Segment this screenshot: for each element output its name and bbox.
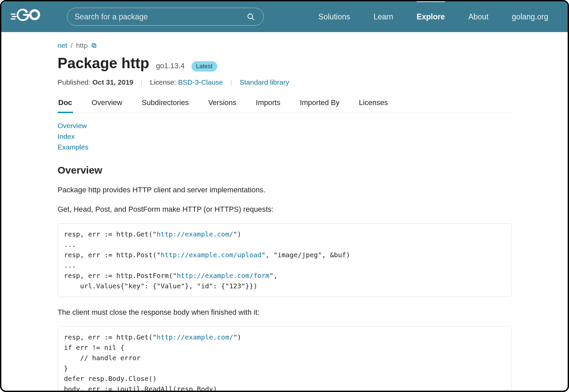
svg-rect-1 bbox=[12, 16, 17, 17]
toc-examples[interactable]: Examples bbox=[58, 143, 511, 151]
svg-line-5 bbox=[252, 18, 254, 20]
svg-point-3 bbox=[30, 10, 39, 19]
page-content: net/http Package http go1.13.4 Latest Pu… bbox=[1, 32, 568, 392]
meta-row: Published: Oct 31, 2019 | License: BSD-3… bbox=[58, 78, 511, 86]
tab-imports[interactable]: Imports bbox=[255, 96, 281, 113]
tab-importedby[interactable]: Imported By bbox=[299, 96, 340, 113]
breadcrumb: net/http bbox=[58, 41, 511, 50]
toc: Overview Index Examples bbox=[58, 122, 511, 151]
svg-rect-7 bbox=[92, 43, 95, 46]
nav-golang[interactable]: golang.org bbox=[512, 11, 548, 23]
breadcrumb-current: http bbox=[76, 41, 88, 50]
go-logo[interactable] bbox=[11, 8, 51, 25]
breadcrumb-sep: / bbox=[71, 41, 73, 50]
search-input[interactable] bbox=[75, 12, 247, 21]
overview-p3: The client must close the response body … bbox=[58, 307, 511, 318]
license-link[interactable]: BSD-3-Clause bbox=[178, 78, 223, 86]
svg-rect-6 bbox=[93, 44, 96, 47]
tab-overview[interactable]: Overview bbox=[91, 96, 123, 113]
doc-tabs: Doc Overview Subdirectories Versions Imp… bbox=[58, 96, 511, 113]
stdlib-link[interactable]: Standard library bbox=[240, 78, 289, 86]
code-url[interactable]: http://example.com/form bbox=[177, 272, 269, 280]
copy-icon[interactable] bbox=[91, 42, 97, 48]
search-box[interactable] bbox=[67, 8, 264, 26]
page-title: Package http bbox=[58, 55, 149, 72]
search-icon bbox=[247, 13, 255, 21]
nav-learn[interactable]: Learn bbox=[374, 11, 393, 23]
published: Published: Oct 31, 2019 bbox=[58, 78, 134, 86]
site-header: Solutions Learn Explore About golang.org bbox=[1, 1, 568, 32]
breadcrumb-parent[interactable]: net bbox=[58, 41, 67, 50]
license: License: BSD-3-Clause bbox=[150, 78, 223, 86]
code-block-1: resp, err := http.Get("http://example.co… bbox=[58, 223, 511, 297]
nav-solutions[interactable]: Solutions bbox=[318, 11, 350, 23]
nav-explore[interactable]: Explore bbox=[417, 11, 445, 23]
svg-rect-0 bbox=[11, 13, 15, 15]
latest-badge: Latest bbox=[191, 61, 217, 72]
tab-subdirectories[interactable]: Subdirectories bbox=[141, 96, 189, 113]
code-url[interactable]: http://example.com/upload bbox=[161, 251, 261, 259]
toc-overview[interactable]: Overview bbox=[58, 122, 511, 130]
code-block-2: resp, err := http.Get("http://example.co… bbox=[58, 326, 511, 392]
overview-p2: Get, Head, Post, and PostForm make HTTP … bbox=[58, 204, 511, 215]
toc-index[interactable]: Index bbox=[58, 132, 511, 140]
title-row: Package http go1.13.4 Latest bbox=[58, 55, 511, 72]
tab-licenses[interactable]: Licenses bbox=[358, 96, 389, 113]
svg-rect-2 bbox=[11, 18, 15, 20]
overview-heading: Overview bbox=[58, 165, 511, 176]
nav-about[interactable]: About bbox=[468, 11, 488, 23]
overview-p1: Package http provides HTTP client and se… bbox=[58, 185, 511, 195]
tab-versions[interactable]: Versions bbox=[208, 96, 237, 113]
go-version: go1.13.4 bbox=[156, 62, 185, 70]
primary-nav: Solutions Learn Explore About golang.org bbox=[318, 11, 558, 23]
code-url[interactable]: http://example.com/ bbox=[157, 333, 233, 341]
tab-doc[interactable]: Doc bbox=[58, 96, 73, 113]
code-url[interactable]: http://example.com/ bbox=[157, 230, 233, 238]
